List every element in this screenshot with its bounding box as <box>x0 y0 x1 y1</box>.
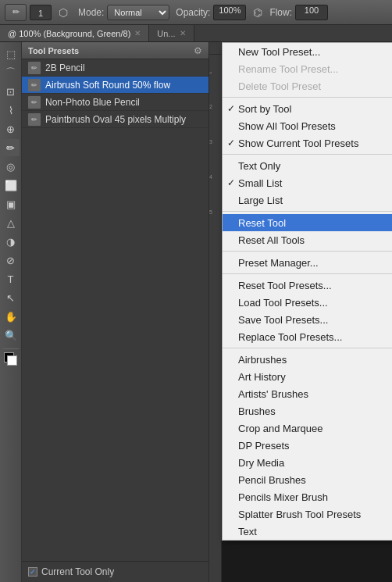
left-tool-type[interactable]: T <box>2 270 20 287</box>
menu-item-13[interactable]: Load Tool Presets... <box>223 294 392 311</box>
menu-item-label-2: Delete Tool Preset <box>238 80 321 92</box>
left-tool-gradient[interactable]: ▣ <box>2 195 20 212</box>
main-area: ⬚ ⌒ ⊡ ⌇ ⊕ ✏ ◎ ⬜ ▣ △ ◑ ⊘ T ↖ ✋ 🔍 Tool Pre… <box>0 42 392 582</box>
menu-item-19[interactable]: Brushes <box>223 402 392 420</box>
dropdown-menu: New Tool Preset...Rename Tool Preset...D… <box>222 42 392 541</box>
menu-item-7[interactable]: ✓Small List <box>223 174 392 191</box>
presets-gear-icon[interactable]: ⚙ <box>194 45 202 56</box>
left-tool-zoom[interactable]: 🔍 <box>2 327 20 344</box>
ruler-left-5: 5 <box>209 209 221 215</box>
tab-inactive[interactable]: Un... ✕ <box>149 25 194 41</box>
left-tool-marquee[interactable]: ⬚ <box>2 45 20 62</box>
menu-checkmark-3: ✓ <box>227 103 235 114</box>
menu-item-label-12: Reset Tool Presets... <box>238 280 332 291</box>
tab-bar: @ 100% (Background, Green/8) ✕ Un... ✕ <box>0 25 392 42</box>
left-tool-clone[interactable]: ◎ <box>2 158 20 175</box>
opacity-label: Opacity: <box>176 7 210 18</box>
menu-item-label-26: Text <box>238 526 257 537</box>
presets-list: ✏2B Pencil✏Airbrush Soft Round 50% flow✏… <box>22 59 208 128</box>
menu-item-17[interactable]: Art History <box>223 368 392 385</box>
flow-label: Flow: <box>269 7 292 18</box>
current-tool-label: Current Tool Only <box>41 566 114 577</box>
menu-separator-2 <box>223 97 392 98</box>
preset-item-0[interactable]: ✏2B Pencil <box>22 59 208 77</box>
menu-item-label-10: Reset All Tools <box>238 234 305 246</box>
preset-item-icon-0: ✏ <box>28 62 41 74</box>
menu-item-4[interactable]: Show All Tool Presets <box>223 117 392 134</box>
menu-item-15[interactable]: Replace Tool Presets... <box>223 328 392 345</box>
menu-item-label-6: Text Only <box>238 160 280 172</box>
preset-item-icon-2: ✏ <box>28 96 41 109</box>
left-tool-pen[interactable]: ⊘ <box>2 252 20 269</box>
menu-checkmark-7: ✓ <box>227 177 235 188</box>
left-tool-fg-color[interactable] <box>2 351 20 368</box>
menu-item-9[interactable]: Reset Tool <box>223 214 392 231</box>
opacity-value[interactable]: 100% <box>213 5 246 20</box>
menu-item-14[interactable]: Save Tool Presets... <box>223 311 392 328</box>
airbrush-icon[interactable]: ⌬ <box>249 4 266 21</box>
menu-separator-15 <box>223 348 392 348</box>
ruler-left-2: 2 <box>209 104 221 109</box>
menu-item-24[interactable]: Pencils Mixer Brush <box>223 488 392 505</box>
menu-item-20[interactable]: Crop and Marquee <box>223 420 392 437</box>
menu-item-label-4: Show All Tool Presets <box>238 120 336 132</box>
menu-item-26[interactable]: Text <box>223 523 392 540</box>
left-tool-lasso[interactable]: ⌒ <box>2 64 20 81</box>
menu-item-12[interactable]: Reset Tool Presets... <box>223 277 392 294</box>
menu-item-8[interactable]: Large List <box>223 191 392 209</box>
menu-separator-8 <box>223 211 392 212</box>
menu-separator-10 <box>223 251 392 252</box>
menu-item-22[interactable]: Dry Media <box>223 454 392 471</box>
left-tool-crop[interactable]: ⊡ <box>2 83 20 100</box>
menu-item-6[interactable]: Text Only <box>223 157 392 174</box>
menu-checkmark-5: ✓ <box>227 137 235 148</box>
preset-item-1[interactable]: ✏Airbrush Soft Round 50% flow <box>22 77 208 94</box>
menu-item-label-18: Artists' Brushes <box>238 388 308 400</box>
left-tool-blur[interactable]: △ <box>2 214 20 231</box>
tab-label-2: Un... <box>157 29 175 38</box>
left-tool-eraser[interactable]: ⬜ <box>2 177 20 194</box>
brush-picker-icon[interactable]: ⬡ <box>55 4 72 21</box>
left-tool-select[interactable]: ↖ <box>2 289 20 306</box>
mode-label: Mode: <box>78 7 104 18</box>
ruler-corner <box>209 42 222 55</box>
mode-select[interactable]: Normal <box>107 5 169 20</box>
canvas-area: 1 2 3 4 5 1 2 3 4 5 New Tool Preset...Re… <box>209 42 392 582</box>
menu-item-2: Delete Tool Preset <box>223 77 392 95</box>
ruler-left-3: 3 <box>209 139 221 145</box>
menu-item-label-1: Rename Tool Preset... <box>238 63 338 75</box>
menu-item-10[interactable]: Reset All Tools <box>223 231 392 248</box>
menu-item-label-9: Reset Tool <box>238 217 286 229</box>
preset-item-2[interactable]: ✏Non-Photo Blue Pencil <box>22 94 208 111</box>
menu-item-label-23: Pencil Brushes <box>238 474 306 486</box>
menu-item-25[interactable]: Splatter Brush Tool Presets <box>223 505 392 523</box>
tab-close-icon[interactable]: ✕ <box>134 29 141 37</box>
menu-item-label-3: Sort by Tool <box>238 103 291 115</box>
menu-item-5[interactable]: ✓Show Current Tool Presets <box>223 134 392 152</box>
menu-item-11[interactable]: Preset Manager... <box>223 254 392 271</box>
tool-icon-button[interactable]: ✏ <box>5 4 27 21</box>
menu-item-label-19: Brushes <box>238 405 276 417</box>
menu-item-3[interactable]: ✓Sort by Tool <box>223 100 392 117</box>
menu-item-label-5: Show Current Tool Presets <box>238 137 358 149</box>
menu-item-16[interactable]: Airbrushes <box>223 351 392 368</box>
left-tool-heal[interactable]: ⊕ <box>2 120 20 137</box>
left-tool-eyedrop[interactable]: ⌇ <box>2 102 20 119</box>
menu-item-label-0: New Tool Preset... <box>238 46 320 58</box>
menu-item-label-8: Large List <box>238 195 283 206</box>
tab-active[interactable]: @ 100% (Background, Green/8) ✕ <box>0 25 149 41</box>
left-tool-brush[interactable]: ✏ <box>2 139 20 156</box>
tab-close-icon-2[interactable]: ✕ <box>180 29 186 37</box>
menu-item-label-7: Small List <box>238 177 282 189</box>
left-tool-dodge[interactable]: ◑ <box>2 233 20 250</box>
menu-item-18[interactable]: Artists' Brushes <box>223 385 392 402</box>
left-tool-hand[interactable]: ✋ <box>2 308 20 325</box>
flow-value[interactable]: 100 <box>295 5 328 20</box>
menu-item-23[interactable]: Pencil Brushes <box>223 471 392 488</box>
current-tool-checkbox[interactable]: ✓ <box>28 567 37 577</box>
menu-item-label-21: DP Presets <box>238 440 290 452</box>
menu-item-21[interactable]: DP Presets <box>223 437 392 454</box>
menu-item-0[interactable]: New Tool Preset... <box>223 43 392 60</box>
preset-item-3[interactable]: ✏Paintbrush Oval 45 pixels Multiply <box>22 111 208 128</box>
brush-number: 1 <box>30 5 52 20</box>
